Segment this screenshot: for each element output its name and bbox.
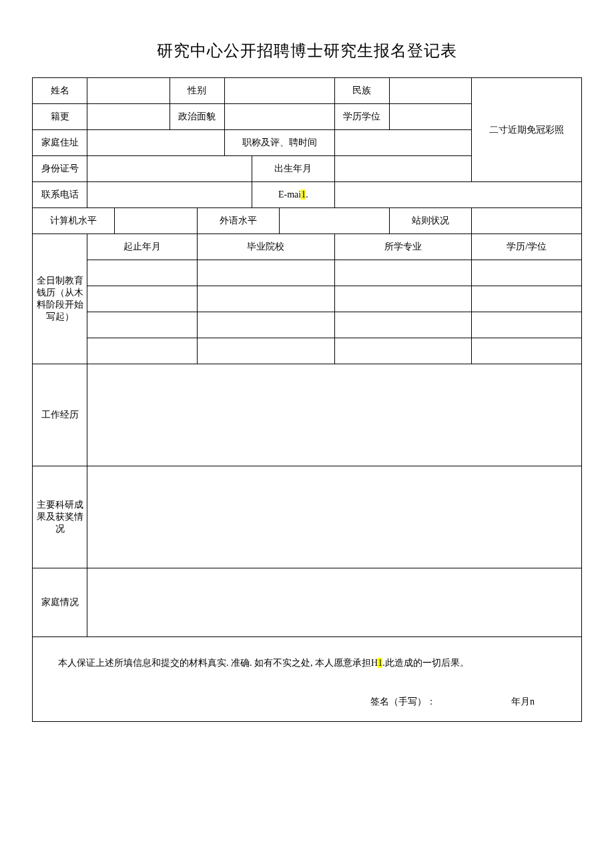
date-label: 年月n xyxy=(511,697,535,707)
edu-row1-degree[interactable] xyxy=(472,260,582,286)
label-work-history: 工作经历 xyxy=(33,364,87,466)
input-research-awards[interactable] xyxy=(87,466,582,568)
edu-row1-major[interactable] xyxy=(334,260,472,286)
label-name: 姓名 xyxy=(33,78,87,104)
edu-row1-period[interactable] xyxy=(87,260,198,286)
input-title-time[interactable] xyxy=(334,130,472,156)
edu-row4-degree[interactable] xyxy=(472,338,582,364)
edu-row4-period[interactable] xyxy=(87,338,198,364)
input-address[interactable] xyxy=(87,130,225,156)
label-ethnicity: 民族 xyxy=(334,78,389,104)
label-idnum: 身份证号 xyxy=(33,156,87,182)
label-edu-block: 全日制教育钱历（从木料阶段开始写起） xyxy=(33,234,87,364)
edu-row2-period[interactable] xyxy=(87,286,198,312)
input-foreign-lang[interactable] xyxy=(280,208,390,234)
input-native[interactable] xyxy=(87,104,170,130)
edu-row2-major[interactable] xyxy=(334,286,472,312)
sign-label: 签名（手写）： xyxy=(370,697,436,707)
label-edu-degree: 学历学位 xyxy=(334,104,389,130)
edu-row3-school[interactable] xyxy=(197,312,334,338)
label-research-awards: 主要科研成果及获奖情况 xyxy=(33,466,87,568)
input-station-status[interactable] xyxy=(472,208,582,234)
edu-row4-major[interactable] xyxy=(334,338,472,364)
label-title-time: 职称及评、聘时间 xyxy=(224,130,334,156)
label-address: 家庭住址 xyxy=(33,130,87,156)
input-email[interactable] xyxy=(334,182,581,208)
label-native: 籍更 xyxy=(33,104,87,130)
label-computer: 计算机水平 xyxy=(33,208,115,234)
input-ethnicity[interactable] xyxy=(389,78,471,104)
declaration-block: 本人保证上述所填信息和提交的材料真实. 准确. 如有不实之处, 本人愿意承担H1… xyxy=(33,637,582,722)
label-political: 政治面貌 xyxy=(170,104,224,130)
label-phone: 联系电话 xyxy=(33,182,87,208)
input-work-history[interactable] xyxy=(87,364,582,466)
edu-row1-school[interactable] xyxy=(197,260,334,286)
input-phone[interactable] xyxy=(87,182,252,208)
input-edu-degree[interactable] xyxy=(389,104,471,130)
edu-row2-school[interactable] xyxy=(197,286,334,312)
label-gender: 性别 xyxy=(170,78,224,104)
col-degree: 学历/学位 xyxy=(472,234,582,260)
edu-row3-period[interactable] xyxy=(87,312,198,338)
label-station-status: 站则状况 xyxy=(389,208,471,234)
edu-row3-major[interactable] xyxy=(334,312,472,338)
page-title: 研究中心公开招聘博士研究生报名登记表 xyxy=(32,40,582,61)
photo-box[interactable]: 二寸近期免冠彩照 xyxy=(472,78,582,182)
input-gender[interactable] xyxy=(224,78,334,104)
registration-form: 姓名 性别 民族 二寸近期免冠彩照 籍更 政治面貌 学历学位 家庭住址 职称及评… xyxy=(32,77,582,722)
signature-line: 签名（手写）： 年月n xyxy=(39,696,575,708)
input-idnum[interactable] xyxy=(87,156,252,182)
label-email: E-mai1. xyxy=(252,182,334,208)
edu-row4-school[interactable] xyxy=(197,338,334,364)
col-major: 所学专业 xyxy=(334,234,472,260)
col-school: 毕业院校 xyxy=(197,234,334,260)
input-name[interactable] xyxy=(87,78,170,104)
input-family[interactable] xyxy=(87,568,582,637)
label-foreign-lang: 外语水平 xyxy=(197,208,279,234)
edu-row3-degree[interactable] xyxy=(472,312,582,338)
declaration-text: 本人保证上述所填信息和提交的材料真实. 准确. 如有不实之处, 本人愿意承担H1… xyxy=(39,657,575,669)
label-birth: 出生年月 xyxy=(252,156,334,182)
input-computer[interactable] xyxy=(115,208,197,234)
col-period: 起止年月 xyxy=(87,234,198,260)
input-political[interactable] xyxy=(224,104,334,130)
edu-row2-degree[interactable] xyxy=(472,286,582,312)
input-birth[interactable] xyxy=(334,156,472,182)
label-family: 家庭情况 xyxy=(33,568,87,637)
